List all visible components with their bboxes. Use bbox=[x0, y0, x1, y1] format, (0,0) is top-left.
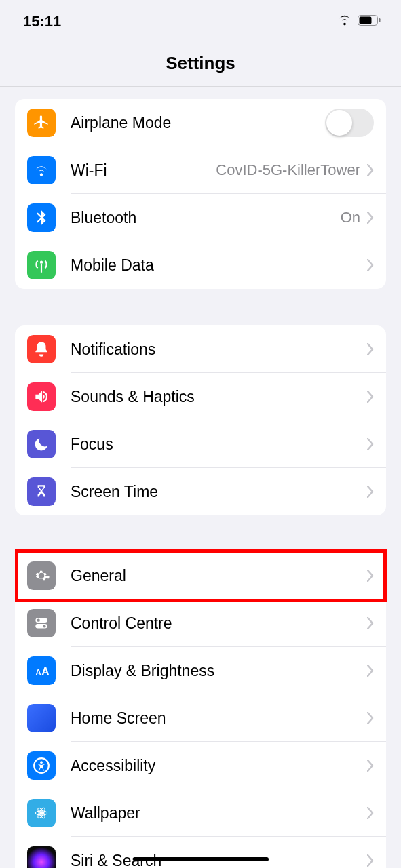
header-divider bbox=[0, 86, 401, 87]
chevron-right-icon bbox=[367, 343, 374, 355]
chevron-right-icon bbox=[367, 617, 374, 629]
header: Settings bbox=[0, 38, 401, 86]
row-mobile-data[interactable]: Mobile Data bbox=[15, 241, 386, 289]
svg-rect-2 bbox=[379, 18, 381, 22]
chevron-right-icon bbox=[367, 712, 374, 724]
row-bluetooth[interactable]: Bluetooth On bbox=[15, 194, 386, 241]
chevron-right-icon bbox=[367, 391, 374, 403]
antenna-icon bbox=[27, 251, 56, 279]
row-label: Mobile Data bbox=[71, 256, 367, 275]
moon-icon bbox=[27, 430, 56, 458]
chevron-right-icon bbox=[367, 212, 374, 224]
airplane-icon bbox=[27, 108, 56, 137]
row-label: Wi-Fi bbox=[71, 161, 216, 180]
settings-group-alerts: Notifications Sounds & Haptics Focus Scr… bbox=[15, 326, 386, 515]
row-display-brightness[interactable]: AA Display & Brightness bbox=[15, 647, 386, 694]
app-grid-icon bbox=[27, 704, 56, 732]
row-label: Accessibility bbox=[71, 757, 367, 775]
row-accessibility[interactable]: Accessibility bbox=[15, 742, 386, 789]
row-siri-search[interactable]: Siri & Search bbox=[15, 837, 386, 868]
row-label: Focus bbox=[71, 435, 367, 454]
home-indicator[interactable] bbox=[133, 857, 269, 861]
chevron-right-icon bbox=[367, 164, 374, 176]
speaker-icon bbox=[27, 382, 56, 411]
row-label: Notifications bbox=[71, 340, 367, 359]
battery-status-icon bbox=[358, 15, 381, 28]
siri-icon bbox=[27, 846, 56, 868]
row-home-screen[interactable]: Home Screen bbox=[15, 694, 386, 742]
row-label: Home Screen bbox=[71, 709, 367, 728]
row-notifications[interactable]: Notifications bbox=[15, 326, 386, 373]
svg-text:A: A bbox=[35, 668, 41, 677]
chevron-right-icon bbox=[367, 438, 374, 450]
row-label: Screen Time bbox=[71, 483, 367, 501]
flower-icon bbox=[27, 799, 56, 827]
row-label: Display & Brightness bbox=[71, 662, 367, 680]
svg-point-10 bbox=[40, 761, 43, 764]
svg-point-11 bbox=[39, 811, 43, 814]
row-label: Wallpaper bbox=[71, 804, 367, 823]
text-size-icon: AA bbox=[27, 656, 56, 685]
svg-text:A: A bbox=[41, 665, 50, 677]
settings-group-system: General Control Centre AA Display & Brig… bbox=[15, 552, 386, 868]
row-general[interactable]: General bbox=[15, 552, 386, 599]
row-screen-time[interactable]: Screen Time bbox=[15, 468, 386, 515]
chevron-right-icon bbox=[367, 807, 374, 819]
svg-point-4 bbox=[37, 619, 40, 622]
settings-group-connectivity: Airplane Mode Wi-Fi CovID-5G-KillerTower… bbox=[15, 99, 386, 289]
bell-icon bbox=[27, 335, 56, 363]
row-label: Bluetooth bbox=[71, 209, 341, 227]
row-control-centre[interactable]: Control Centre bbox=[15, 599, 386, 647]
status-bar: 15:11 bbox=[0, 0, 401, 38]
hourglass-icon bbox=[27, 477, 56, 506]
toggle-switches-icon bbox=[27, 609, 56, 637]
wifi-icon bbox=[27, 156, 56, 184]
row-focus[interactable]: Focus bbox=[15, 420, 386, 468]
row-wifi[interactable]: Wi-Fi CovID-5G-KillerTower bbox=[15, 146, 386, 194]
accessibility-icon bbox=[27, 751, 56, 780]
row-label: Sounds & Haptics bbox=[71, 388, 367, 406]
svg-point-6 bbox=[43, 625, 45, 627]
wifi-status-icon bbox=[337, 13, 352, 31]
row-sounds-haptics[interactable]: Sounds & Haptics bbox=[15, 373, 386, 420]
chevron-right-icon bbox=[367, 259, 374, 271]
gear-icon bbox=[27, 561, 56, 590]
svg-rect-1 bbox=[360, 17, 372, 24]
chevron-right-icon bbox=[367, 760, 374, 772]
row-label: General bbox=[71, 567, 367, 585]
page-title: Settings bbox=[0, 53, 401, 74]
row-label: Control Centre bbox=[71, 614, 367, 633]
row-value: CovID-5G-KillerTower bbox=[216, 161, 360, 179]
chevron-right-icon bbox=[367, 570, 374, 582]
chevron-right-icon bbox=[367, 854, 374, 867]
row-value: On bbox=[341, 209, 360, 226]
row-wallpaper[interactable]: Wallpaper bbox=[15, 789, 386, 837]
chevron-right-icon bbox=[367, 486, 374, 498]
status-icons bbox=[337, 13, 381, 31]
bluetooth-icon bbox=[27, 203, 56, 232]
row-label: Airplane Mode bbox=[71, 114, 325, 132]
row-airplane-mode[interactable]: Airplane Mode bbox=[15, 99, 386, 146]
chevron-right-icon bbox=[367, 665, 374, 677]
airplane-toggle[interactable] bbox=[325, 108, 374, 137]
status-time: 15:11 bbox=[23, 13, 61, 31]
